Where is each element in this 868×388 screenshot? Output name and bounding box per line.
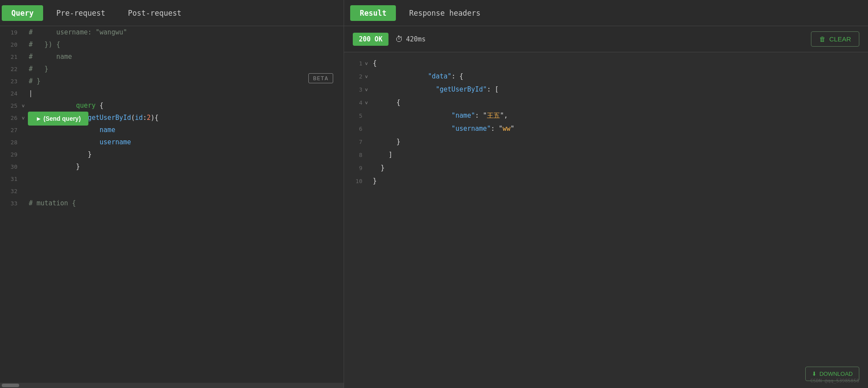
code-line-21: 21 # name (0, 51, 344, 63)
json-fold-3[interactable]: v (365, 87, 373, 92)
json-fold-4[interactable]: v (365, 100, 373, 106)
status-badge: 200 OK (353, 33, 388, 46)
line-num-19: 19 (3, 29, 17, 36)
tab-result[interactable]: Result (350, 5, 396, 21)
code-line-30: 30 } (0, 160, 344, 173)
timing-display: ⏱ 420ms (395, 34, 426, 44)
download-icon: ⬇ (812, 371, 817, 377)
line-num-29: 29 (3, 151, 17, 158)
json-line-3: 3 v "getUserById": [ (344, 83, 868, 96)
line-num-25: 25 (3, 102, 17, 109)
json-fold-2[interactable]: v (365, 74, 373, 79)
line-num-33: 33 (3, 200, 17, 207)
code-lines: 19 # username: "wangwu" 20 # }) { 21 # n… (0, 26, 344, 209)
line-num-28: 28 (3, 139, 17, 146)
editor-area[interactable]: 19 # username: "wangwu" 20 # }) { 21 # n… (0, 26, 344, 383)
code-line-23: 23 # } (0, 75, 344, 87)
code-content-20: # }) { (29, 41, 340, 48)
right-tab-group: Result Response headers (344, 0, 868, 26)
download-label: DOWNLOAD (819, 371, 853, 377)
result-header: 200 OK ⏱ 420ms 🗑 CLEAR (344, 26, 868, 52)
right-panel: 200 OK ⏱ 420ms 🗑 CLEAR 1 v { (344, 26, 868, 388)
json-content-7: } (373, 138, 400, 146)
tab-response-headers[interactable]: Response headers (399, 5, 490, 21)
code-line-19: 19 # username: "wangwu" (0, 26, 344, 38)
line-num-24: 24 (3, 90, 17, 97)
json-line-8: 8 ] (344, 148, 868, 161)
code-line-32: 32 (0, 185, 344, 197)
line-num-23: 23 (3, 78, 17, 85)
clear-button[interactable]: 🗑 CLEAR (811, 31, 859, 47)
json-line-9: 9 } (344, 161, 868, 174)
code-line-33: 33 # mutation { (0, 197, 344, 209)
json-line-6: 6 "username": "ww" (344, 122, 868, 135)
code-content-22: # } (29, 65, 340, 73)
line-num-22: 22 (3, 66, 17, 72)
bottom-scrollbar[interactable] (0, 383, 344, 388)
code-content-30: } (29, 155, 340, 178)
right-wrapper: 1 v { 2 v "data": { 3 v (344, 52, 868, 388)
main-content: BETA 19 # username: "wangwu" 20 # }) { (0, 26, 868, 388)
clear-label: CLEAR (829, 35, 851, 43)
send-query-label: ► (Send query) (36, 115, 81, 122)
line-num-21: 21 (3, 54, 17, 60)
clock-icon: ⏱ (395, 34, 403, 44)
code-line-20: 20 # }) { (0, 38, 344, 51)
left-panel: BETA 19 # username: "wangwu" 20 # }) { (0, 26, 344, 388)
left-tab-group: Query Pre-request Post-request (0, 0, 344, 26)
json-content-10: } (373, 177, 377, 185)
trash-icon: 🗑 (819, 35, 826, 43)
json-fold-1[interactable]: v (365, 61, 373, 66)
json-content-8: ] (373, 151, 392, 159)
timing-value: 420ms (406, 35, 426, 43)
line-num-30: 30 (3, 163, 17, 170)
json-content-9: } (373, 164, 385, 172)
code-line-22: 22 # } (0, 63, 344, 75)
result-body[interactable]: 1 v { 2 v "data": { 3 v (344, 52, 868, 388)
tab-bar: Query Pre-request Post-request Result Re… (0, 0, 868, 26)
code-content-33: # mutation { (29, 199, 340, 207)
json-content-6: "username": "ww" (373, 117, 514, 140)
line-num-20: 20 (3, 41, 17, 48)
tab-query[interactable]: Query (2, 5, 43, 21)
code-content-21: # name (29, 53, 340, 61)
tab-post-request[interactable]: Post-request (118, 5, 191, 21)
send-query-button[interactable]: ► (Send query) (28, 112, 88, 126)
fold-arrow-25[interactable]: v (22, 103, 29, 109)
line-num-26: 26 (3, 115, 17, 121)
tab-pre-request[interactable]: Pre-request (47, 5, 115, 21)
json-content-3: "getUserById": [ (373, 78, 499, 101)
watermark: CSDN @qq_53985858 (810, 378, 859, 384)
code-content-23: # } (29, 77, 340, 85)
json-line-10: 10 } (344, 174, 868, 187)
code-content-19: # username: "wangwu" (29, 28, 340, 36)
line-num-31: 31 (3, 176, 17, 182)
line-num-27: 27 (3, 127, 17, 133)
line-num-32: 32 (3, 188, 17, 194)
